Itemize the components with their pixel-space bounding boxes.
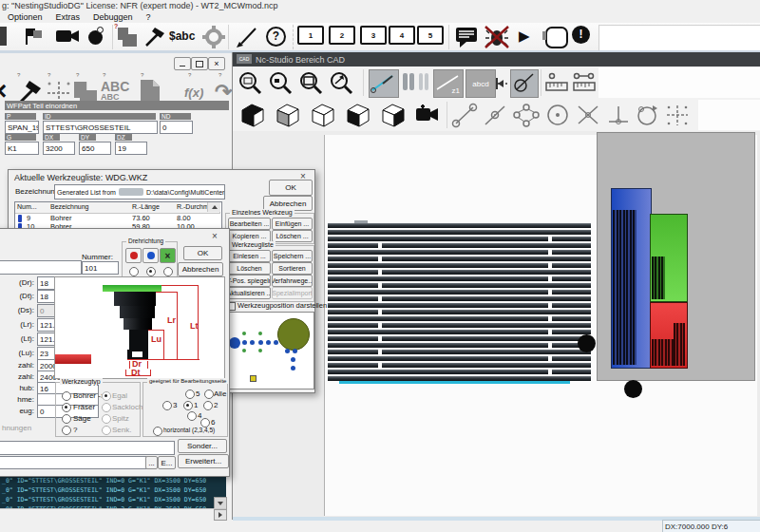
gear-icon[interactable] xyxy=(201,25,226,49)
camera-icon[interactable] xyxy=(55,28,80,45)
camera-view-icon[interactable] xyxy=(415,104,442,125)
text-abcd-button[interactable]: abcd xyxy=(466,69,496,98)
bohrer-radio[interactable] xyxy=(62,391,71,401)
rotation-cw-radio[interactable] xyxy=(129,267,139,276)
zoom-previous-icon[interactable] xyxy=(268,70,294,96)
ok-button[interactable]: OK xyxy=(183,246,222,260)
view-wireframe-icon[interactable] xyxy=(308,101,338,129)
scroll-right-button[interactable] xyxy=(214,509,227,521)
ypos-spiegeln-button[interactable]: Y-Pos. spiegeln xyxy=(228,275,271,287)
bearbeiten-button[interactable]: Bearbeiten ... xyxy=(228,218,271,230)
unknown-typ-radio[interactable] xyxy=(62,426,71,435)
close-icon[interactable]: × xyxy=(208,231,221,242)
view-iso-top-icon[interactable] xyxy=(238,101,268,129)
p-field[interactable]: SPAN_19( xyxy=(5,121,39,134)
bezeichnung-field[interactable]: Generated List from D:\data\Config\Multi… xyxy=(54,184,225,200)
variables-icon[interactable]: $abc xyxy=(169,29,195,43)
monitor-4-icon[interactable]: 4 xyxy=(389,26,415,45)
speichern-button[interactable]: Speichern ... xyxy=(272,250,313,262)
loeschen-list-button[interactable]: Löschen xyxy=(228,262,271,275)
snap-quadrant-icon[interactable] xyxy=(512,103,541,128)
formula-icon[interactable]: f(x) xyxy=(184,86,203,100)
seite-1-radio[interactable] xyxy=(183,401,193,410)
erweitert-button[interactable]: Erweitert... xyxy=(178,454,229,468)
frame-icon[interactable] xyxy=(545,27,568,48)
sortieren-button[interactable]: Sortieren xyxy=(272,262,313,275)
rotation-none-button[interactable]: × xyxy=(160,248,176,263)
tool-name-field[interactable] xyxy=(0,260,82,275)
fraeser-radio[interactable] xyxy=(62,403,71,412)
horizontal-radio[interactable] xyxy=(153,427,162,436)
snap-intersection-icon[interactable] xyxy=(575,103,601,128)
g-field[interactable]: K1 xyxy=(5,142,39,155)
dz-field[interactable]: 19 xyxy=(115,142,147,155)
rotation-none-radio[interactable] xyxy=(163,267,173,276)
console-hscrollbar[interactable] xyxy=(0,508,226,521)
error-icon[interactable]: ! xyxy=(572,26,590,44)
partial-icon[interactable] xyxy=(0,27,7,46)
ruler-x-icon[interactable] xyxy=(544,71,569,95)
macro-field[interactable] xyxy=(0,456,150,469)
spacing-icon[interactable] xyxy=(403,73,408,90)
restore-button[interactable] xyxy=(191,57,208,70)
zoom-extents-icon[interactable] xyxy=(298,70,324,96)
seite-4-radio[interactable] xyxy=(187,411,197,421)
sonder-button[interactable]: Sonder... xyxy=(178,439,227,453)
close-button[interactable]: × xyxy=(208,57,225,70)
marker-dot[interactable] xyxy=(578,334,596,352)
no-debug-bug-icon[interactable] xyxy=(484,26,509,48)
edit-button[interactable]: E... xyxy=(158,456,176,469)
einlesen-button[interactable]: Einlesen ... xyxy=(228,250,271,262)
marker-dot[interactable] xyxy=(624,380,642,398)
monitor-2-icon[interactable]: 2 xyxy=(329,26,355,45)
menu-item-optionen[interactable]: Optionen xyxy=(8,12,43,22)
dy-field[interactable]: 650 xyxy=(79,142,111,155)
verfahrwege-button[interactable]: Verfahrwege... xyxy=(272,275,313,287)
zoom-dynamic-icon[interactable] xyxy=(329,70,354,96)
nd-field[interactable]: 0 xyxy=(160,121,193,134)
cad-titlebar[interactable]: CAD Nc-Studio Bereich CAD xyxy=(233,52,760,66)
measure-arrow-icon[interactable] xyxy=(496,74,509,91)
tool-position-preview[interactable] xyxy=(224,312,314,390)
seite-2-radio[interactable] xyxy=(203,401,213,410)
minimize-button[interactable] xyxy=(174,57,191,70)
run-icon[interactable]: ▶ xyxy=(519,27,530,46)
help-icon[interactable]: ? xyxy=(266,27,286,47)
snap-grid-icon[interactable] xyxy=(664,103,691,128)
snap-tangent-icon[interactable] xyxy=(634,103,660,128)
flag-icon[interactable] xyxy=(23,26,46,47)
table-scroll-up[interactable] xyxy=(207,202,220,212)
menu-item-debuggen[interactable]: Debuggen xyxy=(93,12,133,22)
brush-icon[interactable] xyxy=(234,25,258,49)
seite-5-radio[interactable] xyxy=(185,390,195,399)
monitor-5-icon[interactable]: 5 xyxy=(417,26,444,45)
text-abc-icon[interactable]: ABC ABC xyxy=(101,80,129,102)
saege-radio[interactable] xyxy=(62,414,71,424)
rotation-cw-button[interactable] xyxy=(125,248,142,263)
hammer-icon[interactable] xyxy=(142,25,167,49)
ruler-xy-icon[interactable] xyxy=(572,71,597,95)
circle-line-button[interactable] xyxy=(510,69,539,98)
dx-field[interactable]: 3200 xyxy=(43,142,75,155)
seite-3-radio[interactable] xyxy=(162,401,172,410)
cancel-button[interactable]: Abbrechen xyxy=(178,262,223,276)
snap-midpoint-icon[interactable] xyxy=(482,103,508,128)
zoom-window-icon[interactable] xyxy=(238,70,263,96)
snap-center-icon[interactable] xyxy=(544,103,571,128)
rotation-ccw-button[interactable] xyxy=(142,248,159,263)
line-draw-button[interactable] xyxy=(369,69,399,98)
monitor-1-icon[interactable]: 1 xyxy=(297,26,324,45)
comment-icon[interactable] xyxy=(454,26,479,48)
einfuegen-button[interactable]: Einfügen ... xyxy=(272,218,313,230)
rotation-ccw-radio[interactable] xyxy=(146,267,156,276)
toolbar-blank-field[interactable] xyxy=(598,25,760,51)
browse-button[interactable]: ... xyxy=(145,456,158,469)
ok-button[interactable]: OK xyxy=(269,180,313,196)
id-field[interactable]: STTEST\GROSSESTEIL xyxy=(43,121,158,134)
menu-item-extras[interactable]: Extras xyxy=(56,12,81,22)
view-side-icon[interactable] xyxy=(378,101,408,129)
loeschen-single-button[interactable]: Löschen ... xyxy=(272,230,313,242)
monitor-3-icon[interactable]: 3 xyxy=(360,26,387,45)
comment-field[interactable] xyxy=(0,441,175,455)
aktualisieren-button[interactable]: Aktualisieren ... xyxy=(228,287,271,299)
